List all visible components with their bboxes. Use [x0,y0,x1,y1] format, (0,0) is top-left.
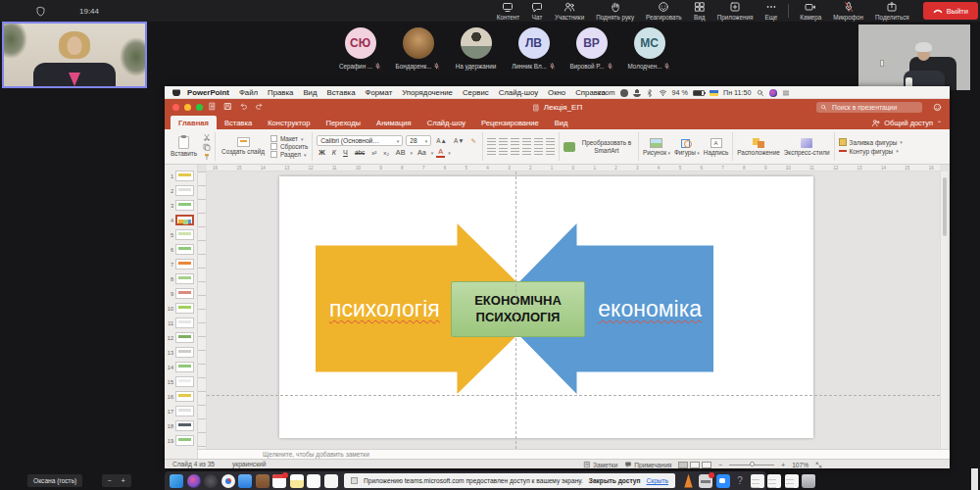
ribbon-tab[interactable]: Рецензирование [473,116,547,129]
font-effect-button[interactable]: К [330,148,338,157]
font-size-select[interactable]: 28▾ [406,135,431,146]
search-input[interactable] [830,103,918,112]
paragraph-format-button[interactable] [534,148,543,156]
shape-outline-button[interactable]: Контур фигуры▾ [839,147,903,155]
enlarge-button[interactable]: + [122,477,125,484]
paragraph-format-button[interactable] [546,138,555,146]
dock-calendar-icon[interactable] [272,474,286,488]
video-tile-participant[interactable] [858,24,970,90]
participant-tile[interactable]: ВРВировой Р... [563,27,620,70]
font-effect-button[interactable]: АВ [394,148,408,157]
grow-font-button[interactable]: А▲ [434,136,449,145]
slide-thumbnail-row[interactable]: 5 [165,227,197,242]
slide-thumbnail[interactable] [175,171,194,181]
camera-button[interactable]: Камера [794,0,827,22]
dock-trash-icon[interactable] [802,474,815,488]
security-shield-icon[interactable] [35,6,46,17]
paragraph-format-button[interactable] [499,148,508,156]
ribbon-tab[interactable]: Вставка [217,116,260,129]
slide-thumbnail[interactable] [175,435,194,446]
slide-thumbnail-row[interactable]: 12 [165,330,197,345]
paragraph-format-button[interactable] [522,138,531,146]
font-effect-button[interactable]: x₂ [381,149,391,156]
feedback-smiley-icon[interactable] [933,103,942,112]
slide-thumbnail-row[interactable]: 2 [165,183,197,198]
participants-button[interactable]: Участники [549,0,590,22]
ribbon-tab[interactable]: Вид [547,116,576,129]
copy-icon[interactable] [203,143,211,151]
participant-tile[interactable]: На удержании [447,27,505,70]
font-name-select[interactable]: Calibri (Основной…▾ [317,135,403,146]
menubar-clock[interactable]: Пн 11:50 [723,88,752,97]
layout-button[interactable]: Макет▾ [270,135,308,142]
participant-tile[interactable]: СЮСерафин ... [331,27,389,70]
content-button[interactable]: Контент [491,0,525,22]
font-effect-button[interactable]: x² [369,149,378,156]
ribbon-tab[interactable]: Слайд-шоу [419,116,473,129]
slide-thumbnail-row[interactable]: 17 [165,404,197,418]
new-slide-button[interactable]: Создать слайд [220,137,267,155]
normal-view-button[interactable] [678,462,688,468]
slide-thumbnail-row[interactable]: 8 [165,271,197,286]
menu-item-app[interactable]: PowerPoint [187,88,229,97]
slide-thumbnail-row[interactable]: 13 [165,345,197,360]
notes-toggle[interactable]: Заметки [583,461,617,468]
slideshow-view-button[interactable] [702,462,711,468]
dock-doc-icon[interactable] [751,474,764,488]
shrink-button[interactable]: − [108,477,112,484]
slide-thumbnail-row[interactable]: 11 [165,316,197,330]
slide-thumbnail[interactable] [175,420,194,431]
zoom-menu-item[interactable]: zoom [598,88,615,97]
slide-thumbnail[interactable] [175,273,194,284]
ukraine-flag-icon[interactable] [710,90,718,96]
slide-thumbnail[interactable] [175,200,194,211]
font-effect-button[interactable]: А [436,148,445,157]
slide-thumbnail-row[interactable]: 19 [165,433,197,448]
presentation-search[interactable] [816,102,922,113]
share-button[interactable]: Общий доступ ⌃ [871,116,942,129]
dock-textedit-icon[interactable] [324,474,338,488]
slide-thumbnail[interactable] [175,406,194,416]
paragraph-format-button[interactable] [522,148,531,156]
shape-fill-button[interactable]: Заливка фигуры▾ [839,138,903,146]
dock-mail-icon[interactable] [238,474,252,488]
menu-item-файл[interactable]: Файл [239,88,258,97]
dock-reminders-icon[interactable] [307,474,320,488]
font-effect-button[interactable]: abc [353,149,367,156]
wifi-icon[interactable] [659,88,667,97]
video-tile-active-speaker[interactable] [2,22,147,88]
dock-unknown-icon[interactable]: ? [733,474,747,488]
ribbon-tab[interactable]: Анимация [368,116,419,129]
spotlight-search-icon[interactable] [757,89,764,97]
reset-button[interactable]: Сбросить [270,143,308,150]
comments-toggle[interactable]: Примечания [624,461,671,468]
paragraph-format-button[interactable] [487,138,496,146]
chat-button[interactable]: Чат [525,0,549,22]
vertical-guide[interactable] [515,172,516,449]
slide[interactable]: психологія економіка ЕКОНОМІЧНА ПСИХОЛОГ… [279,176,813,438]
paragraph-format-button[interactable] [534,138,543,146]
slide-thumbnail-row[interactable]: 7 [165,257,197,271]
dock-siri-icon[interactable] [187,474,201,488]
center-box-shape[interactable]: ЕКОНОМІЧНА ПСИХОЛОГІЯ [451,281,585,337]
dock-zoom-app-icon[interactable] [716,474,730,488]
slide-thumbnail[interactable] [175,376,194,387]
notes-pane[interactable]: Щелкните, чтобы добавить заметки [198,449,950,459]
participant-tile[interactable]: Бондаренк... [389,27,447,70]
react-button[interactable]: Реагировать [640,0,688,22]
view-button[interactable]: Вид [688,0,711,22]
dock-safari-icon[interactable] [221,474,235,488]
mic-muted-button[interactable]: Микрофон [827,0,869,22]
insert-shapes-button[interactable]: Фигуры ▾ [674,138,700,156]
participant-tile[interactable]: ЛВЛинник Вл... [505,27,563,70]
notification-center-icon[interactable] [782,89,790,97]
zoom-in-button[interactable]: + [781,462,785,468]
collapse-ribbon-icon[interactable]: ⌃ [937,120,942,126]
slide-thumbnail[interactable] [175,303,194,314]
participant-tile[interactable]: МСМолодчен... [620,27,678,70]
slide-thumbnail[interactable] [175,391,194,402]
insert-picture-button[interactable]: Рисунок ▾ [643,138,670,156]
dock-doc-icon[interactable] [767,474,781,488]
paragraph-format-button[interactable] [546,148,555,156]
more-button[interactable]: Еще [759,0,783,22]
